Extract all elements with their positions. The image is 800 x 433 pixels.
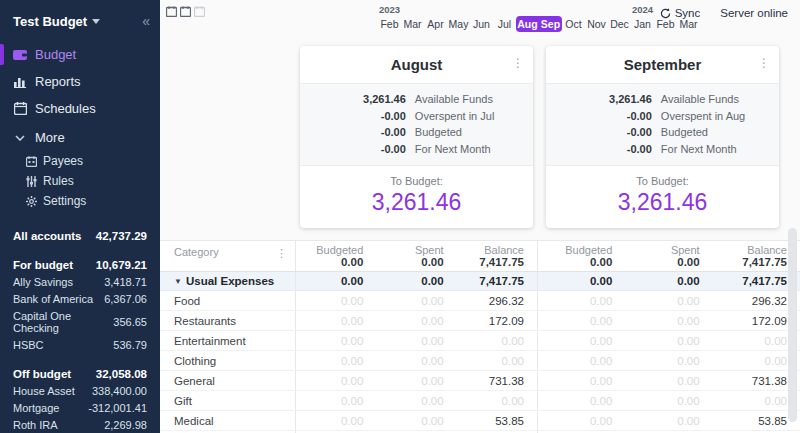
budget-cell[interactable]: 0.00 <box>296 331 376 350</box>
budget-cell[interactable]: 0.00 <box>376 411 456 430</box>
budget-cell[interactable]: 0.00 <box>376 272 456 290</box>
month-label: Nov <box>585 16 608 32</box>
category-name-cell[interactable]: General <box>160 371 295 390</box>
budget-cell[interactable]: 0.00 <box>538 272 625 290</box>
budget-cell[interactable]: 0.00 <box>457 391 537 410</box>
month-cell-nov-9[interactable]: Nov <box>585 4 608 32</box>
budget-cell[interactable]: 0.00 <box>625 331 712 350</box>
budget-cell[interactable]: 0.00 <box>296 272 376 290</box>
sync-button[interactable]: Sync <box>660 7 701 19</box>
sidebar-item-payees[interactable]: Payees <box>0 151 160 171</box>
category-name-cell[interactable]: Entertainment <box>160 331 295 350</box>
budget-cell[interactable]: 7,417.75 <box>457 272 537 290</box>
month-cell-jul-5[interactable]: Jul <box>493 4 516 32</box>
collapse-group-icon[interactable]: ▼ <box>174 277 186 286</box>
budget-cell[interactable]: 0.00 <box>713 331 800 350</box>
account-row[interactable]: House Asset338,400.00 <box>13 382 147 399</box>
budget-cell[interactable]: 0.00 <box>376 331 456 350</box>
budget-cell[interactable]: 0.00 <box>376 391 456 410</box>
all-accounts-row[interactable]: All accounts 42,737.29 <box>13 227 147 244</box>
budget-cell[interactable]: 0.00 <box>376 371 456 390</box>
budget-cell[interactable]: 0.00 <box>625 391 712 410</box>
month-cell-feb-0[interactable]: 2023Feb <box>378 4 401 32</box>
account-row[interactable]: Capital One Checking356.65 <box>13 307 147 336</box>
budget-cell[interactable]: 0.00 <box>296 391 376 410</box>
budget-cell[interactable]: 0.00 <box>538 371 625 390</box>
budget-cell[interactable]: 731.38 <box>713 371 800 390</box>
budget-cell[interactable]: 0.00 <box>538 391 625 410</box>
month-cell-jun-4[interactable]: Jun <box>470 4 493 32</box>
month-cell-mar-1[interactable]: Mar <box>401 4 424 32</box>
month-cell-may-3[interactable]: May <box>447 4 470 32</box>
budget-cell[interactable]: 7,417.75 <box>713 272 800 290</box>
category-menu-icon[interactable]: ⋮ <box>276 247 287 259</box>
budget-cell[interactable]: 0.00 <box>296 311 376 330</box>
account-row[interactable]: Bank of America6,367.06 <box>13 290 147 307</box>
budget-cell[interactable]: 0.00 <box>296 291 376 310</box>
month-cell-sep-7[interactable]: Sep <box>539 4 562 32</box>
budget-cell[interactable]: 172.09 <box>713 311 800 330</box>
category-name-cell[interactable]: ▼Usual Expenses <box>160 272 295 290</box>
budget-cell[interactable]: 172.09 <box>457 311 537 330</box>
server-status[interactable]: Server online <box>720 7 788 19</box>
collapse-sidebar-icon[interactable]: « <box>142 13 148 29</box>
budget-cell[interactable]: 0.00 <box>713 351 800 370</box>
budget-cell[interactable]: 0.00 <box>296 371 376 390</box>
budget-cell[interactable]: 0.00 <box>457 351 537 370</box>
two-month-view-icon[interactable] <box>180 3 191 21</box>
three-month-view-icon[interactable] <box>194 3 205 21</box>
vertical-scrollbar[interactable] <box>788 228 797 422</box>
budget-cell[interactable]: 0.00 <box>625 411 712 430</box>
budget-cell[interactable]: 0.00 <box>376 311 456 330</box>
sidebar-item-rules[interactable]: Rules <box>0 171 160 191</box>
budget-switcher[interactable]: Test Budget <box>13 14 100 29</box>
account-row[interactable]: Mortgage-312,001.41 <box>13 399 147 416</box>
sidebar-more-toggle[interactable]: More <box>0 122 160 149</box>
budget-cell[interactable]: 0.00 <box>625 291 712 310</box>
budget-cell[interactable]: 0.00 <box>538 351 625 370</box>
budget-cell[interactable]: 53.85 <box>457 411 537 430</box>
account-row[interactable]: Roth IRA2,269.98 <box>13 416 147 433</box>
account-group-header[interactable]: Off budget32,058.08 <box>13 365 147 382</box>
to-budget-amount[interactable]: 3,261.46 <box>546 189 779 216</box>
category-name-cell[interactable]: Clothing <box>160 351 295 370</box>
budget-cell[interactable]: 731.38 <box>457 371 537 390</box>
budget-cell[interactable]: 296.32 <box>713 291 800 310</box>
budget-cell[interactable]: 0.00 <box>538 311 625 330</box>
category-name-cell[interactable]: Medical <box>160 411 295 430</box>
sidebar-item-schedules[interactable]: Schedules <box>0 95 160 122</box>
month-cell-dec-10[interactable]: Dec <box>608 4 631 32</box>
month-cell-jan-11[interactable]: 2024Jan <box>631 4 654 32</box>
budget-cell[interactable]: 0.00 <box>625 351 712 370</box>
category-name-cell[interactable]: Restaurants <box>160 311 295 330</box>
budget-cell[interactable]: 0.00 <box>538 411 625 430</box>
budget-cell[interactable]: 0.00 <box>376 291 456 310</box>
budget-cell[interactable]: 0.00 <box>538 331 625 350</box>
budget-cell[interactable]: 296.32 <box>457 291 537 310</box>
budget-cell[interactable]: 53.85 <box>713 411 800 430</box>
card-menu-icon[interactable]: ⋮ <box>758 56 770 70</box>
month-cell-oct-8[interactable]: Oct <box>562 4 585 32</box>
budget-cell[interactable]: 0.00 <box>538 291 625 310</box>
account-group-header[interactable]: For budget10,679.21 <box>13 256 147 273</box>
budget-cell[interactable]: 0.00 <box>625 311 712 330</box>
account-row[interactable]: HSBC536.79 <box>13 336 147 353</box>
sidebar-item-settings[interactable]: Settings <box>0 191 160 211</box>
budget-cell[interactable]: 0.00 <box>457 331 537 350</box>
account-row[interactable]: Ally Savings3,418.71 <box>13 273 147 290</box>
to-budget-amount[interactable]: 3,261.46 <box>300 189 533 216</box>
budget-cell[interactable]: 0.00 <box>376 351 456 370</box>
month-cell-apr-2[interactable]: Apr <box>424 4 447 32</box>
card-menu-icon[interactable]: ⋮ <box>512 56 524 70</box>
budget-cell[interactable]: 0.00 <box>296 411 376 430</box>
budget-cell[interactable]: 0.00 <box>625 371 712 390</box>
budget-cell[interactable]: 0.00 <box>713 391 800 410</box>
category-name-cell[interactable]: Gift <box>160 391 295 410</box>
budget-cell[interactable]: 0.00 <box>625 272 712 290</box>
budget-cell[interactable]: 0.00 <box>296 351 376 370</box>
month-cell-aug-6[interactable]: Aug <box>516 4 539 32</box>
one-month-view-icon[interactable] <box>166 3 177 21</box>
sidebar-item-budget[interactable]: Budget <box>0 41 160 68</box>
sidebar-item-reports[interactable]: Reports <box>0 68 160 95</box>
category-name-cell[interactable]: Food <box>160 291 295 310</box>
